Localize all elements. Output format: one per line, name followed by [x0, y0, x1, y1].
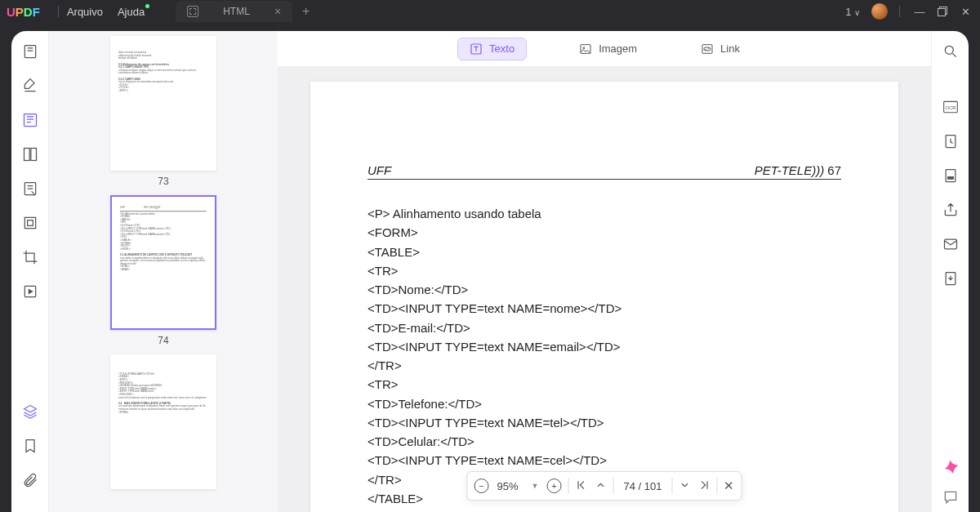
document-icon — [187, 6, 198, 17]
svg-rect-4 — [24, 149, 29, 161]
logo: UPDF — [7, 5, 40, 19]
workspace: ..dolor sit amet consecteturadipiscing e… — [11, 31, 969, 512]
thumb-num: 73 — [90, 176, 237, 187]
minimize-button[interactable]: — — [911, 3, 928, 20]
edit-text-icon[interactable] — [21, 111, 39, 129]
mode-texto[interactable]: Texto — [457, 38, 527, 60]
share-icon[interactable] — [942, 201, 960, 219]
layers-icon[interactable] — [21, 403, 39, 421]
avatar[interactable] — [871, 3, 888, 20]
separator — [58, 6, 59, 17]
ocr-icon[interactable]: OCR — [942, 98, 960, 116]
svg-rect-18 — [946, 170, 956, 182]
image-icon — [579, 42, 592, 56]
mode-imagem[interactable]: Imagem — [568, 38, 648, 60]
last-page-button[interactable] — [698, 479, 710, 493]
copilot-icon[interactable] — [939, 458, 960, 479]
tabbar: HTML × + — [176, 1, 310, 22]
prev-page-button[interactable] — [595, 479, 606, 493]
svg-rect-5 — [30, 149, 36, 161]
close-toolbar-button[interactable]: ✕ — [724, 479, 734, 493]
zoom-out-button[interactable]: − — [474, 479, 489, 493]
redact-icon[interactable] — [942, 167, 960, 185]
zoom-toolbar: − 95% ▼ + 74 / 101 ✕ — [467, 471, 742, 501]
maximize-button[interactable] — [934, 3, 951, 20]
svg-rect-3 — [24, 114, 36, 127]
first-page-button[interactable] — [575, 479, 586, 493]
bookmark-icon[interactable] — [21, 437, 39, 455]
email-icon[interactable] — [942, 235, 960, 253]
thumbnail-75[interactable]: ..<TITLE>FORMULARIO</TITLE></HEAD><BODY>… — [90, 354, 237, 489]
slideshow-icon[interactable] — [21, 283, 39, 301]
protect-icon[interactable] — [942, 132, 960, 150]
pages-icon[interactable] — [21, 145, 39, 163]
page-header-left: UFF — [368, 163, 391, 177]
page-viewport[interactable]: UFF PET-TELE))) 67 <P> Alinhamento usand… — [278, 67, 931, 512]
page-indicator[interactable]: 74 / 101 — [620, 480, 665, 492]
zoom-percent: 95% — [497, 480, 523, 492]
main-area: Texto Imagem Link UFF PET-TELE))) 67 <P>… — [278, 31, 931, 512]
close-icon[interactable]: × — [274, 5, 281, 18]
mode-link[interactable]: Link — [689, 38, 751, 60]
zoom-dropdown[interactable]: ▼ — [532, 482, 539, 490]
notification-dot — [145, 4, 149, 8]
mode-toolbar: Texto Imagem Link — [278, 31, 931, 67]
page-header-right: PET-TELE))) 67 — [755, 163, 841, 177]
svg-rect-2 — [24, 46, 35, 58]
close-button[interactable]: ✕ — [957, 3, 973, 20]
svg-point-14 — [945, 46, 953, 54]
thumbnail-panel[interactable]: ..dolor sit amet consecteturadipiscing e… — [49, 31, 278, 512]
left-toolbar — [11, 31, 49, 512]
page-body[interactable]: <P> Alinhamento usando tabela <FORM> <TA… — [368, 204, 841, 512]
tab-count[interactable]: 1 ∨ — [845, 6, 860, 18]
window-controls: 1 ∨ — ✕ — [845, 3, 973, 20]
add-tab-button[interactable]: + — [302, 4, 310, 19]
svg-rect-1 — [938, 9, 946, 16]
svg-rect-8 — [27, 220, 33, 226]
next-page-button[interactable] — [679, 479, 690, 493]
menu-arquivo[interactable]: Arquivo — [67, 6, 103, 18]
tab-title: HTML — [223, 6, 250, 17]
export-icon[interactable] — [942, 269, 960, 287]
form-icon[interactable] — [21, 180, 39, 198]
thumbnail-74[interactable]: UFF PET-TELE)))67<P> Alinhamento usando … — [90, 195, 237, 346]
zoom-in-button[interactable]: + — [546, 479, 561, 493]
highlight-icon[interactable] — [21, 77, 39, 95]
header-rule — [368, 179, 841, 180]
svg-point-12 — [583, 47, 585, 48]
svg-rect-7 — [24, 217, 35, 228]
organize-icon[interactable] — [21, 214, 39, 232]
thumb-num: 74 — [90, 335, 237, 346]
pdf-page[interactable]: UFF PET-TELE))) 67 <P> Alinhamento usand… — [310, 82, 898, 512]
thumbnail-73[interactable]: ..dolor sit amet consecteturadipiscing e… — [90, 36, 237, 187]
reader-icon[interactable] — [21, 42, 39, 60]
svg-text:OCR: OCR — [945, 105, 956, 110]
menu-ajuda[interactable]: Ajuda — [118, 6, 145, 18]
svg-rect-19 — [947, 177, 953, 180]
tab-html[interactable]: HTML × — [176, 1, 292, 22]
crop-icon[interactable] — [21, 248, 39, 266]
chat-icon[interactable] — [942, 489, 959, 505]
titlebar: UPDF Arquivo Ajuda HTML × + 1 ∨ — ✕ — [0, 0, 980, 23]
link-icon — [701, 42, 714, 56]
attachment-icon[interactable] — [21, 471, 39, 489]
svg-rect-20 — [944, 239, 956, 249]
search-icon[interactable] — [942, 42, 960, 60]
right-toolbar: OCR — [931, 31, 969, 512]
text-icon — [470, 42, 483, 56]
